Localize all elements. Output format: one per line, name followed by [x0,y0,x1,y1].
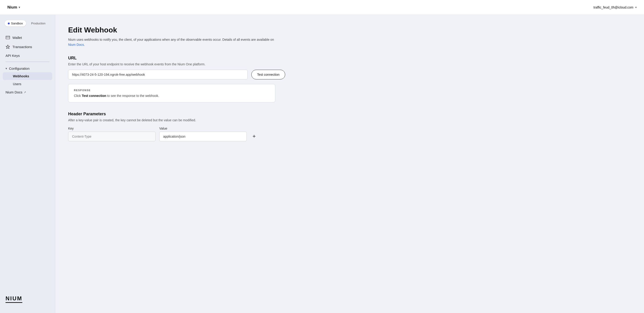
url-section-title: URL [68,56,631,60]
sidebar-item-webhooks[interactable]: Webhooks [3,72,52,80]
nium-logo-text: NIUM [6,295,22,303]
response-text-1: Click [74,94,82,98]
response-text: Click Test connection to see the respons… [74,94,270,98]
users-label: Users [13,82,22,86]
response-bold-text: Test connection [82,94,106,98]
key-input[interactable] [68,132,156,141]
header-params-title: Header Parameters [68,112,631,116]
sidebar-nav: Wallet Transactions API Keys [0,31,55,291]
page-description-text2: . [84,43,85,46]
user-email: traffic_feud_0h@icloud.com [594,6,634,9]
value-input[interactable] [159,132,247,141]
add-param-button[interactable]: + [250,132,258,140]
brand-label: Nium [7,5,17,10]
layout: Sandbox Production Wallet [0,15,644,313]
page-description: Nium uses webhooks to notify you, the cl… [68,37,275,48]
main-content: Edit Webhook Nium uses webhooks to notif… [55,15,644,313]
nium-docs-label: Nium Docs [6,90,22,94]
external-link-icon: ↗ [24,91,26,94]
sandbox-button[interactable]: Sandbox [4,20,26,26]
response-label: RESPONSE [74,89,270,92]
key-field-group: Key [68,126,156,141]
page-description-text1: Nium uses webhooks to notify you, the cl… [68,38,274,42]
header-params-section: Header Parameters After a key-value pair… [68,112,631,141]
configuration-label: Configuration [9,66,30,70]
sidebar-item-api-keys[interactable]: API Keys [3,51,52,60]
production-label: Production [31,22,45,25]
sidebar-logo: NIUM [0,291,55,308]
test-connection-label: Test connection [257,73,280,76]
value-label: Value [159,126,247,130]
sidebar-item-transactions[interactable]: Transactions [3,42,52,51]
sandbox-dot-icon [8,22,10,24]
api-keys-label: API Keys [6,54,20,58]
webhooks-label: Webhooks [13,74,29,78]
nav-divider [6,62,50,62]
url-section: URL Enter the URL of your host endpoint … [68,56,631,80]
header-params-description: After a key-value pair is created, the k… [68,118,631,122]
header-left: Nium ▾ [7,5,20,10]
sidebar-item-wallet[interactable]: Wallet [3,33,52,42]
user-menu[interactable]: traffic_feud_0h@icloud.com ▾ [594,6,637,9]
svg-rect-0 [6,36,10,39]
nium-docs-link[interactable]: Nium Docs [68,43,84,46]
chevron-down-icon: ▾ [6,67,7,70]
top-header: Nium ▾ traffic_feud_0h@icloud.com ▾ [0,0,644,15]
url-input[interactable] [68,70,248,80]
brand-chevron-icon: ▾ [19,6,20,9]
sidebar-item-configuration[interactable]: ▾ Configuration [3,65,52,72]
response-box: RESPONSE Click Test connection to see th… [68,84,275,102]
response-text-2: to see the response to the webhook. [106,94,159,98]
sidebar-item-nium-docs[interactable]: Nium Docs ↗ [3,88,52,96]
key-label: Key [68,126,156,130]
test-connection-button[interactable]: Test connection [251,70,285,80]
sidebar-item-users[interactable]: Users [3,80,52,88]
url-section-description: Enter the URL of your host endpoint to r… [68,62,631,66]
page-title: Edit Webhook [68,26,631,34]
transactions-icon [6,44,10,49]
env-switcher: Sandbox Production [0,20,55,31]
production-button[interactable]: Production [28,20,48,26]
user-chevron-icon: ▾ [635,6,637,9]
value-field-group: Value [159,126,247,141]
params-row: Key Value + [68,126,631,141]
add-icon: + [252,133,256,140]
wallet-icon [6,35,10,40]
url-row: Test connection [68,70,631,80]
sandbox-label: Sandbox [11,22,23,25]
transactions-label: Transactions [12,45,32,49]
wallet-label: Wallet [12,36,22,40]
sidebar: Sandbox Production Wallet [0,15,55,313]
brand-name[interactable]: Nium ▾ [7,5,20,10]
